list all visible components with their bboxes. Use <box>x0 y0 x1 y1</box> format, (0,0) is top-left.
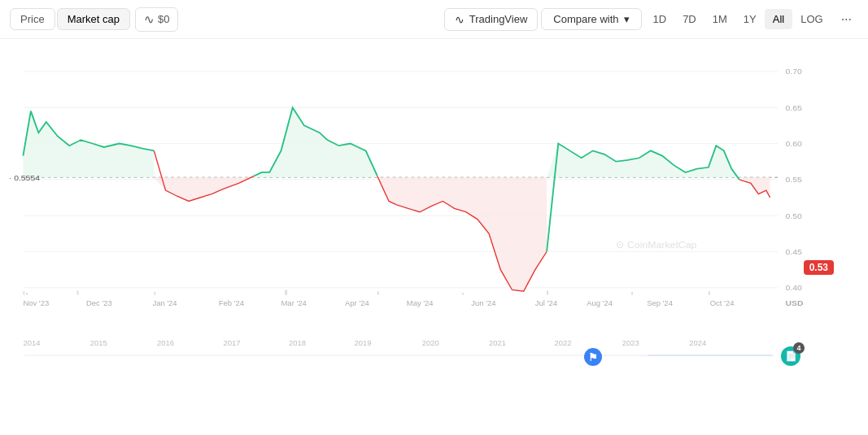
svg-text:· 0.5554: · 0.5554 <box>9 173 40 182</box>
svg-text:2023: 2023 <box>622 339 639 347</box>
annotation-count-badge: 4 <box>793 342 805 354</box>
svg-text:2015: 2015 <box>90 339 107 347</box>
tradingview-btn[interactable]: ∿ TradingView <box>444 8 539 31</box>
toolbar: Price Market cap ∿ $0 ∿ TradingView Comp… <box>0 0 868 39</box>
current-price-badge: 0.53 <box>804 260 834 275</box>
svg-text:2022: 2022 <box>555 339 572 347</box>
tv-label: TradingView <box>469 13 528 25</box>
toolbar-right: ∿ TradingView Compare with ▾ 1D 7D 1M 1Y… <box>444 8 858 31</box>
svg-text:2018: 2018 <box>289 339 306 347</box>
svg-text:Oct '24: Oct '24 <box>710 299 735 307</box>
svg-rect-40 <box>631 292 633 295</box>
svg-text:⊙ CoinMarketCap: ⊙ CoinMarketCap <box>616 239 697 250</box>
svg-text:2020: 2020 <box>422 339 439 347</box>
compare-btn[interactable]: Compare with ▾ <box>541 8 641 30</box>
market-cap-tab[interactable]: Market cap <box>57 8 130 30</box>
period-log[interactable]: LOG <box>792 9 831 29</box>
svg-rect-39 <box>547 290 548 294</box>
svg-text:0.60: 0.60 <box>786 139 803 148</box>
price-display: $0 <box>158 13 169 25</box>
svg-text:May '24: May '24 <box>407 299 434 307</box>
svg-rect-35 <box>154 292 155 295</box>
svg-text:Jan '24: Jan '24 <box>152 299 177 307</box>
svg-text:0.70: 0.70 <box>786 67 803 76</box>
svg-rect-38 <box>462 293 464 295</box>
svg-text:Feb '24: Feb '24 <box>219 299 244 307</box>
chart-type-btn[interactable]: ∿ $0 <box>135 7 178 32</box>
svg-text:Jul '24: Jul '24 <box>535 299 557 307</box>
document-annotation-group: 📄 4 <box>781 346 800 366</box>
svg-rect-32 <box>23 291 24 294</box>
svg-rect-33 <box>26 293 28 295</box>
period-7d[interactable]: 7D <box>674 9 704 29</box>
period-1y[interactable]: 1Y <box>735 9 765 29</box>
svg-text:2021: 2021 <box>489 339 506 347</box>
svg-text:Aug '24: Aug '24 <box>587 299 613 307</box>
svg-text:2016: 2016 <box>157 339 174 347</box>
price-chart: 0.70 0.65 0.60 0.55 0.50 0.45 0.40 · 0.5… <box>0 39 822 356</box>
svg-text:Mar '24: Mar '24 <box>281 299 307 307</box>
svg-rect-34 <box>77 290 79 294</box>
svg-text:Apr '24: Apr '24 <box>345 299 369 307</box>
svg-text:0.55: 0.55 <box>786 176 803 185</box>
period-selector: 1D 7D 1M 1Y All LOG <box>645 9 831 29</box>
flag-icon: ⚑ <box>588 351 598 363</box>
svg-rect-41 <box>709 291 710 294</box>
svg-text:2019: 2019 <box>354 339 371 347</box>
line-chart-icon: ∿ <box>144 12 155 27</box>
svg-text:0.45: 0.45 <box>786 247 803 256</box>
svg-rect-37 <box>377 291 379 294</box>
svg-rect-36 <box>285 289 287 294</box>
chevron-down-icon: ▾ <box>624 13 630 25</box>
svg-text:0.65: 0.65 <box>786 103 803 112</box>
svg-text:2024: 2024 <box>689 339 706 347</box>
chart-container: 0.70 0.65 0.60 0.55 0.50 0.45 0.40 · 0.5… <box>0 39 868 435</box>
svg-text:Dec '23: Dec '23 <box>86 299 112 307</box>
period-1d[interactable]: 1D <box>645 9 675 29</box>
flag-annotation[interactable]: ⚑ <box>584 348 602 366</box>
view-toggle: Price Market cap <box>10 8 130 30</box>
svg-text:2014: 2014 <box>23 339 40 347</box>
svg-text:Nov '23: Nov '23 <box>23 299 49 307</box>
svg-rect-54 <box>647 355 774 356</box>
svg-text:0.40: 0.40 <box>786 284 803 293</box>
price-tab[interactable]: Price <box>10 8 55 30</box>
more-options-btn[interactable]: ··· <box>835 8 858 31</box>
period-1m[interactable]: 1M <box>704 9 735 29</box>
period-all[interactable]: All <box>765 9 792 29</box>
svg-text:0.50: 0.50 <box>786 211 803 220</box>
document-annotation[interactable]: 📄 4 <box>781 346 800 366</box>
tv-icon: ∿ <box>455 13 465 26</box>
compare-label: Compare with <box>553 13 618 25</box>
svg-text:Jun '24: Jun '24 <box>471 299 495 307</box>
svg-text:2017: 2017 <box>224 339 241 347</box>
svg-text:USD: USD <box>786 298 804 307</box>
svg-text:Sep '24: Sep '24 <box>647 299 673 307</box>
